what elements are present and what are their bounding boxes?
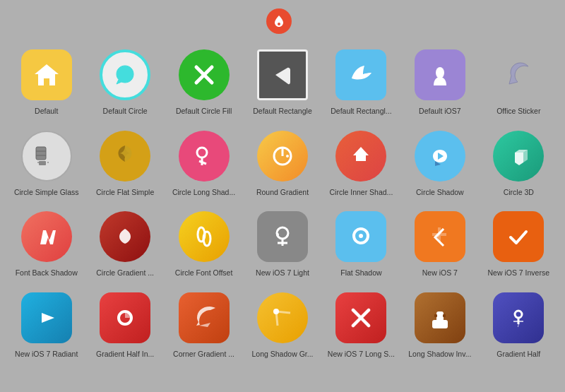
icon-cell-circle-font-offset[interactable]: Circle Font Offset (165, 203, 243, 284)
svg-text:i: i (518, 322, 519, 328)
icon-circle-inner-shadow (333, 128, 389, 184)
icon-label-gradient-half: Gradient Half (496, 350, 540, 360)
svg-point-15 (286, 155, 289, 158)
icon-new-ios7-radiant (18, 290, 75, 346)
icon-label-circle-flat-simple: Circle Flat Simple (96, 188, 154, 198)
icon-new-ios7-inverse (490, 208, 547, 265)
icon-label-default-circle-fill: Default Circle Fill (176, 107, 232, 117)
icon-label-circle-long-shadow: Circle Long Shad... (172, 188, 235, 198)
icon-cell-gradient-half-in[interactable]: Gradient Half In... (85, 284, 164, 365)
svg-point-3 (436, 67, 444, 78)
icon-office-sticker (490, 47, 547, 103)
icon-cell-circle-shadow[interactable]: Circle Shadow (400, 122, 479, 203)
icon-default-circle (97, 47, 153, 103)
icon-cell-new-ios7-light[interactable]: New iOS 7 Light (243, 203, 321, 284)
icon-cell-default-ios7[interactable]: Default iOS7 (400, 41, 479, 122)
icon-label-default-circle: Default Circle (103, 107, 148, 117)
icon-label-gradient-half-in: Gradient Half In... (96, 350, 154, 360)
icon-label-font-back-shadow: Font Back Shadow (16, 268, 78, 278)
icon-label-new-ios7-inverse: New iOS 7 Inverse (488, 268, 550, 278)
svg-marker-24 (42, 313, 54, 323)
icon-label-circle-font-offset: Circle Font Offset (175, 268, 233, 278)
icon-label-circle-gradient: Circle Gradient ... (96, 268, 154, 278)
icon-label-default: Default (35, 107, 58, 117)
icon-label-default-rect: Default Rectangle (253, 107, 311, 117)
icon-cell-new-ios7-long[interactable]: New iOS 7 Long S... (322, 284, 400, 365)
icon-gradient-half-in (97, 290, 153, 346)
icon-cell-circle-gradient[interactable]: Circle Gradient ... (85, 203, 164, 284)
icon-cell-circle-3d[interactable]: Circle 3D (480, 122, 558, 203)
icon-circle-long-shadow (176, 128, 232, 184)
icon-label-long-shadow-gr: Long Shadow Gr... (252, 350, 314, 360)
svg-point-18 (277, 227, 288, 239)
icon-cell-long-shadow-gr[interactable]: Long Shadow Gr... (243, 284, 321, 365)
icon-label-new-ios7-radiant: New iOS 7 Radiant (15, 350, 78, 360)
header (0, 0, 565, 41)
icon-label-circle-inner-shadow: Circle Inner Shad... (329, 188, 393, 198)
header-icon (266, 8, 292, 34)
icon-cell-office-sticker[interactable]: Office Sticker (480, 41, 558, 122)
icon-cell-corner-gradient[interactable]: Corner Gradient ... (165, 284, 243, 365)
icon-label-circle-3d: Circle 3D (504, 188, 534, 198)
icon-label-default-rect2: Default Rectangl... (331, 107, 391, 117)
icon-cell-default-circle[interactable]: Default Circle (85, 41, 164, 122)
icon-font-back-shadow (18, 208, 75, 265)
icon-cell-round-gradient[interactable]: Round Gradient (243, 122, 321, 203)
svg-point-36 (515, 311, 522, 318)
icon-cell-default[interactable]: Default (7, 41, 85, 122)
icon-label-flat-shadow: Flat Shadow (340, 268, 381, 278)
icon-cell-new-ios7-inverse[interactable]: New iOS 7 Inverse (480, 203, 558, 284)
icon-cell-flat-shadow[interactable]: Flat Shadow (322, 203, 400, 284)
icon-long-shadow-inv (412, 290, 468, 346)
icon-gradient-half: i (490, 290, 547, 346)
icon-circle-3d (490, 128, 547, 184)
icon-cell-circle-inner-shadow[interactable]: Circle Inner Shad... (322, 122, 400, 203)
icon-grid: DefaultDefault CircleDefault Circle Fill… (0, 41, 565, 365)
icon-new-ios7 (412, 208, 468, 265)
svg-rect-7 (39, 161, 46, 165)
icon-default-circle-fill (176, 47, 232, 103)
icon-cell-circle-long-shadow[interactable]: Circle Long Shad... (165, 122, 243, 203)
svg-rect-4 (36, 147, 46, 160)
icon-circle-flat-simple (97, 128, 153, 184)
icon-label-corner-gradient: Corner Gradient ... (173, 350, 234, 360)
svg-point-23 (359, 234, 363, 238)
icon-flat-shadow (333, 208, 389, 265)
icon-label-long-shadow-inv: Long Shadow Inv... (408, 350, 471, 360)
icon-cell-new-ios7-radiant[interactable]: New iOS 7 Radiant (7, 284, 85, 365)
icon-circle-font-offset (176, 208, 232, 265)
icon-cell-circle-simple-glass[interactable]: Circle Simple Glass (7, 122, 85, 203)
icon-default-rect2 (333, 47, 389, 103)
icon-label-default-ios7: Default iOS7 (419, 107, 461, 117)
svg-point-19 (276, 233, 279, 236)
svg-point-27 (273, 309, 279, 314)
icon-label-round-gradient: Round Gradient (256, 188, 309, 198)
svg-line-12 (199, 161, 206, 164)
icon-cell-default-rect2[interactable]: Default Rectangl... (322, 41, 400, 122)
svg-rect-35 (443, 314, 446, 317)
svg-point-10 (197, 148, 207, 158)
svg-rect-33 (436, 311, 444, 321)
icon-label-circle-shadow: Circle Shadow (416, 188, 464, 198)
icon-cell-new-ios7[interactable]: New iOS 7 (400, 203, 479, 284)
icon-cell-default-rect[interactable]: Default Rectangle (243, 41, 321, 122)
icon-cell-gradient-half[interactable]: iGradient Half (480, 284, 558, 365)
icon-round-gradient (254, 128, 311, 184)
icon-default-ios7 (412, 47, 468, 103)
icon-cell-long-shadow-inv[interactable]: Long Shadow Inv... (400, 284, 479, 365)
icon-cell-circle-flat-simple[interactable]: Circle Flat Simple (85, 122, 164, 203)
icon-cell-default-circle-fill[interactable]: Default Circle Fill (165, 41, 243, 122)
icon-label-new-ios7-long: New iOS 7 Long S... (328, 350, 395, 360)
icon-long-shadow-gr (254, 290, 311, 346)
icon-circle-shadow (412, 128, 468, 184)
svg-rect-34 (434, 314, 437, 317)
icon-corner-gradient (176, 290, 232, 346)
icon-new-ios7-light (254, 208, 311, 265)
icon-label-new-ios7-light: New iOS 7 Light (256, 268, 309, 278)
icon-new-ios7-long (333, 290, 389, 346)
icon-label-office-sticker: Office Sticker (496, 107, 540, 117)
icon-cell-font-back-shadow[interactable]: Font Back Shadow (7, 203, 85, 284)
svg-point-17 (203, 232, 210, 246)
icon-circle-gradient (97, 208, 153, 265)
icon-default (18, 47, 75, 103)
